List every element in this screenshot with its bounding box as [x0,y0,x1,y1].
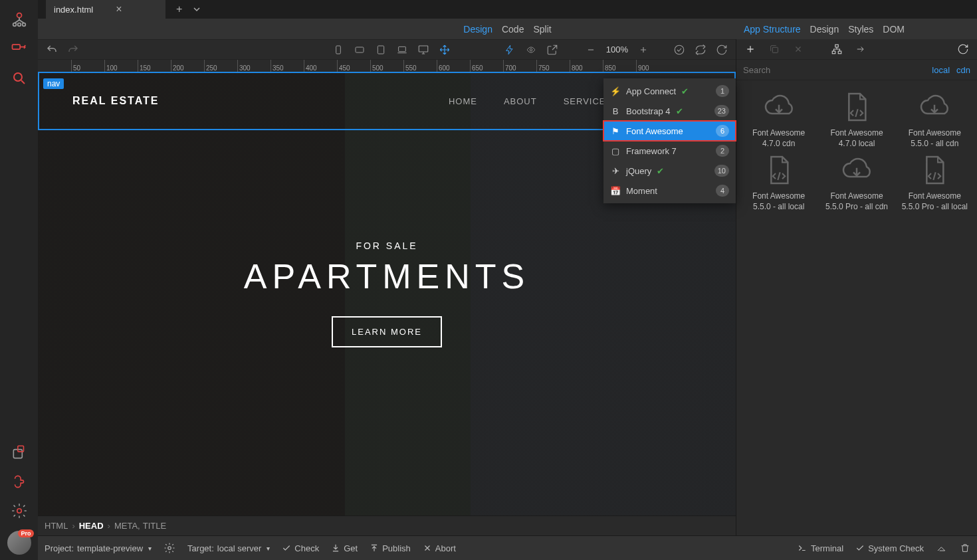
desktop-icon[interactable] [415,41,432,58]
terminal-button[interactable]: Terminal [797,543,843,553]
sync-icon[interactable] [692,41,709,58]
svg-point-1 [13,23,16,27]
framework-icon: ⚑ [610,126,621,136]
refresh-panel-icon[interactable] [954,41,972,58]
move-icon[interactable] [436,41,453,58]
zoom-out-icon[interactable] [582,41,599,58]
tab-dropdown-icon[interactable] [193,5,201,13]
breadcrumb-item[interactable]: HTML [45,521,68,531]
target-selector[interactable]: Target: local server [187,543,270,553]
settings-icon[interactable] [6,498,33,524]
extensions-icon[interactable] [6,468,33,495]
view-tab-split[interactable]: Split [533,24,551,35]
framework-card[interactable]: Font Awesome 5.5.0 Pro - all local [898,153,972,212]
right-panel: local cdn Font Awesome 4.7.0 cdnFont Awe… [736,39,977,535]
framework-count: 4 [716,185,729,197]
open-browser-icon[interactable] [544,41,561,58]
tab-app-structure[interactable]: App Structure [744,24,801,35]
get-button[interactable]: Get [331,543,358,553]
undo-icon[interactable] [43,41,60,58]
duplicate-icon[interactable] [766,41,783,58]
search-row: local cdn [736,60,977,80]
framework-icon: B [610,106,621,116]
refresh-icon[interactable] [713,41,730,58]
project-selector[interactable]: Project: template-preview [45,543,152,553]
menu-item-home[interactable]: HOME [449,96,477,106]
trash-icon[interactable] [960,542,970,554]
publish-button[interactable]: Publish [370,543,411,553]
view-tab-design[interactable]: Design [463,24,492,35]
check-button[interactable]: Check [282,543,319,553]
tab-design[interactable]: Design [810,24,839,35]
tree-icon[interactable] [828,41,845,58]
framework-item[interactable]: ▢Framework 72 [603,141,736,161]
check-icon: ✔ [676,106,683,116]
element-tag-label: nav [43,78,64,89]
framework-icon: 📅 [610,186,621,196]
file-icon [833,90,880,124]
card-label: Font Awesome 5.5.0 Pro - all cdn [819,191,893,212]
ruler: 5010015020025030035040045050055060065070… [38,60,736,72]
framework-item[interactable]: ⚑Font Awesome6 [603,121,736,141]
svg-rect-7 [17,446,23,452]
assets-icon[interactable] [6,439,33,466]
zoom-in-icon[interactable] [635,41,652,58]
close-icon[interactable]: × [116,3,122,15]
svg-point-20 [168,547,171,550]
file-tab[interactable]: index.html × [46,0,165,19]
breadcrumb-item[interactable]: META, [114,521,140,531]
framework-icon: ✈ [610,166,621,176]
chevron-right-icon: › [108,521,110,531]
cloud-icon [756,90,802,124]
right-panel-tabs: App Structure Design Styles DOM [736,19,977,39]
export-icon[interactable] [852,41,869,58]
search-icon[interactable] [6,65,33,92]
preview-icon[interactable] [522,41,540,58]
svg-point-8 [17,509,21,513]
app-connect-icon[interactable] [501,41,518,58]
delete-icon[interactable] [790,41,807,58]
erase-icon[interactable] [936,543,948,553]
filter-local[interactable]: local [932,65,950,75]
tablet-landscape-icon[interactable] [351,41,368,58]
framework-icon: ▢ [610,146,621,156]
system-check-button[interactable]: System Check [855,543,924,553]
view-tab-code[interactable]: Code [502,24,524,35]
redo-icon[interactable] [64,41,82,58]
server-connect-icon[interactable] [6,36,33,62]
svg-rect-16 [772,47,778,52]
user-avatar[interactable]: Pro [7,531,31,555]
hero-subtitle: FOR SALE [356,240,417,251]
framework-card[interactable]: Font Awesome 5.5.0 - all cdn [898,90,972,149]
framework-item[interactable]: 📅Moment4 [603,181,736,201]
filter-cdn[interactable]: cdn [956,65,970,75]
project-manager-icon[interactable] [6,7,33,33]
framework-item[interactable]: ⚡App Connect✔1 [603,81,736,101]
search-input[interactable] [743,65,925,75]
abort-button[interactable]: Abort [423,543,456,553]
editor-toolbar: 100% [38,39,736,60]
breadcrumb-bar: HTML›HEAD›META,TITLE [38,515,736,535]
svg-rect-18 [832,51,835,54]
svg-rect-11 [378,46,383,54]
framework-item[interactable]: ✈jQuery✔10 [603,161,736,181]
validate-icon[interactable] [671,41,688,58]
hero-cta-button[interactable]: LEARN MORE [332,316,442,347]
framework-card[interactable]: Font Awesome 5.5.0 Pro - all cdn [819,153,893,212]
tab-styles[interactable]: Styles [848,24,873,35]
menu-item-about[interactable]: ABOUT [504,96,537,106]
new-tab-button[interactable]: + [176,3,182,15]
mobile-icon[interactable] [330,41,347,58]
framework-card[interactable]: Font Awesome 4.7.0 cdn [742,90,815,149]
left-sidebar: Pro [0,0,38,560]
framework-card[interactable]: Font Awesome 4.7.0 local [819,90,893,149]
breadcrumb-item[interactable]: TITLE [143,521,166,531]
framework-card[interactable]: Font Awesome 5.5.0 - all local [742,153,815,212]
add-icon[interactable] [742,41,759,58]
breadcrumb-item[interactable]: HEAD [79,521,104,531]
tab-dom[interactable]: DOM [883,24,905,35]
project-settings-icon[interactable] [163,542,175,554]
framework-item[interactable]: BBootstrap 4✔23 [603,101,736,121]
laptop-icon[interactable] [393,41,411,58]
tablet-portrait-icon[interactable] [372,41,389,58]
